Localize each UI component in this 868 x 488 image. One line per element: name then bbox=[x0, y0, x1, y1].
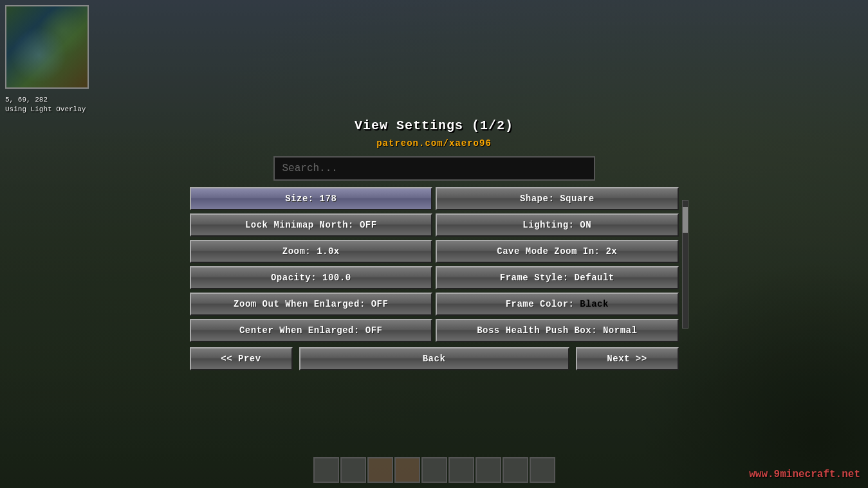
coordinates-display: 5, 69, 282 Using Light Overlay bbox=[5, 95, 86, 115]
minimap bbox=[5, 5, 89, 89]
hotbar-slot-1 bbox=[313, 457, 339, 483]
settings-grid: Size: 178 Shape: Square Lock Minimap Nor… bbox=[190, 187, 679, 342]
hotbar bbox=[313, 457, 555, 483]
cave-mode-zoom-button[interactable]: Cave Mode Zoom In: 2x bbox=[436, 240, 679, 263]
hotbar-slot-8 bbox=[503, 457, 528, 483]
frame-color-button[interactable]: Frame Color: Black bbox=[436, 293, 679, 316]
hotbar-slot-3 bbox=[367, 457, 393, 483]
frame-color-label: Frame Color: bbox=[506, 299, 580, 309]
opacity-button[interactable]: Opacity: 100.0 bbox=[190, 266, 433, 289]
settings-panel: View Settings (1/2) patreon.com/xaero96 … bbox=[190, 118, 679, 370]
coord-position: 5, 69, 282 bbox=[5, 95, 86, 105]
shape-button[interactable]: Shape: Square bbox=[436, 187, 679, 210]
page-title: View Settings (1/2) bbox=[355, 118, 513, 133]
zoom-button[interactable]: Zoom: 1.0x bbox=[190, 240, 433, 263]
hotbar-slot-4 bbox=[394, 457, 420, 483]
boss-health-button[interactable]: Boss Health Push Box: Normal bbox=[436, 319, 679, 342]
lighting-button[interactable]: Lighting: ON bbox=[436, 213, 679, 237]
hotbar-slot-5 bbox=[421, 457, 447, 483]
bottom-buttons: << Prev Back Next >> bbox=[190, 347, 679, 370]
scrollbar-thumb[interactable] bbox=[683, 207, 688, 233]
prev-button[interactable]: << Prev bbox=[190, 347, 293, 370]
next-button[interactable]: Next >> bbox=[576, 347, 679, 370]
search-input[interactable] bbox=[273, 156, 595, 181]
patreon-link: patreon.com/xaero96 bbox=[376, 138, 492, 149]
hotbar-slot-2 bbox=[340, 457, 366, 483]
back-button[interactable]: Back bbox=[299, 347, 569, 370]
watermark: www.9minecraft.net bbox=[749, 469, 860, 480]
frame-style-button[interactable]: Frame Style: Default bbox=[436, 266, 679, 289]
scrollbar[interactable] bbox=[682, 200, 688, 329]
hotbar-slot-7 bbox=[476, 457, 501, 483]
zoom-out-enlarged-button[interactable]: Zoom Out When Enlarged: OFF bbox=[190, 293, 433, 316]
center-enlarged-button[interactable]: Center When Enlarged: OFF bbox=[190, 319, 433, 342]
minimap-overlay bbox=[6, 6, 88, 87]
hotbar-slot-9 bbox=[530, 457, 555, 483]
coord-mode: Using Light Overlay bbox=[5, 105, 86, 114]
size-button[interactable]: Size: 178 bbox=[190, 187, 433, 210]
frame-color-value: Black bbox=[580, 299, 609, 309]
hotbar-slot-6 bbox=[448, 457, 474, 483]
lock-minimap-north-button[interactable]: Lock Minimap North: OFF bbox=[190, 213, 433, 237]
